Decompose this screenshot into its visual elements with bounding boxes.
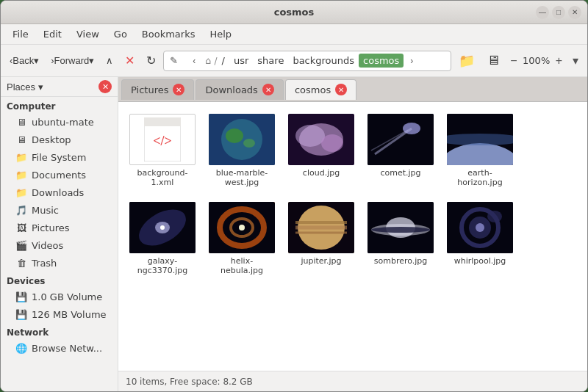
whirlpool-image [447,202,513,253]
tab-cosmos[interactable]: cosmos ✕ [285,79,356,100]
menu-bookmarks[interactable]: Bookmarks [136,27,201,41]
tab-pictures-label: Pictures [131,84,168,95]
network-icon: 🌐 [15,342,27,354]
minimize-button[interactable]: — [536,6,549,19]
file-item-blue-marble[interactable]: blue-marble-west.jpg [205,109,279,192]
file-grid: </> background-1.xml blue-mar [118,102,587,371]
menu-file[interactable]: File [7,27,35,41]
open-location-button[interactable]: 🖥 [482,49,504,73]
sidebar-header-network: Network [1,323,118,339]
menu-go[interactable]: Go [108,27,133,41]
refresh-button[interactable]: ↻ [142,49,160,73]
new-folder-button[interactable]: 📁 [454,49,479,73]
zoom-out-button[interactable]: − [507,51,520,70]
sidebar-item-trash[interactable]: 🗑 Trash [4,255,115,271]
menu-view[interactable]: View [71,27,105,41]
sidebar-item-volume-1gb[interactable]: 💾 1.0 GB Volume [4,288,115,305]
breadcrumb-next[interactable]: › [404,53,420,69]
close-tab-button[interactable]: ✕ [121,49,139,73]
file-name-whirlpool: whirlpool.jpg [454,256,506,266]
file-item-sombrero[interactable]: sombrero.jpg [364,197,437,280]
file-item-galaxy[interactable]: galaxy-ngc3370.jpg [126,197,199,280]
galaxy-image [129,202,196,253]
sidebar-item-downloads[interactable]: 📁 Downloads [4,184,115,200]
tab-pictures[interactable]: Pictures ✕ [121,79,194,100]
tab-pictures-close[interactable]: ✕ [173,84,184,95]
location-edit-button[interactable]: ✎ [164,51,183,70]
svg-point-10 [321,134,343,152]
zoom-in-button[interactable]: + [553,51,565,70]
edit-icon: ✎ [170,55,178,66]
computer-icon: 🖥 [15,116,27,128]
maximize-button[interactable]: □ [552,6,565,19]
sidebar-item-browse-network[interactable]: 🌐 Browse Netw... [4,340,115,356]
status-text: 10 items, Free space: 8.2 GB [126,377,253,387]
file-item-cloud[interactable]: cloud.jpg [284,109,358,192]
svg-point-35 [371,227,430,233]
earth-image [209,114,275,165]
breadcrumb-share[interactable]: share [253,54,288,68]
file-thumb-comet [368,114,434,165]
sidebar-label-desktop: Desktop [32,134,71,145]
sidebar-item-music[interactable]: 🎵 Music [4,202,115,218]
window: cosmos — □ ✕ File Edit View Go Bookmarks… [0,0,588,392]
tab-cosmos-label: cosmos [295,84,331,95]
location-bar: ✎ ‹ ⌂ / / usr share backgrounds cosmos › [163,51,451,71]
forward-button[interactable]: › Forward ▾ [46,52,98,69]
breadcrumb-backgrounds[interactable]: backgrounds [288,54,359,68]
file-area: Pictures ✕ Downloads ✕ cosmos ✕ [118,77,587,391]
sidebar-label-videos: Videos [32,240,63,251]
volume-126mb-icon: 💾 [15,308,27,320]
helix-image [209,202,275,253]
breadcrumb-usr[interactable]: usr [229,54,253,68]
breadcrumb-sep-0: / [215,56,218,66]
back-button[interactable]: ‹ Back ▾ [5,52,43,69]
sidebar-item-documents[interactable]: 📁 Documents [4,167,115,183]
breadcrumb-cosmos[interactable]: cosmos [359,54,404,68]
file-item-jupiter[interactable]: jupiter.jpg [284,197,358,280]
file-item-comet[interactable]: comet.jpg [364,109,437,192]
sidebar-label-volume-126mb: 126 MB Volume [32,309,107,320]
chevron-down-icon-fwd: ▾ [89,55,94,66]
menu-edit[interactable]: Edit [37,27,68,41]
file-thumb-cloud [288,114,354,165]
sidebar: Places ▾ ✕ Computer 🖥 ubuntu-mate 🖥 Desk… [1,77,118,391]
sidebar-item-pictures[interactable]: 🖼 Pictures [4,219,115,236]
svg-point-9 [295,125,325,147]
svg-text:</>: </> [153,134,172,148]
sidebar-item-ubuntu-mate[interactable]: 🖥 ubuntu-mate [4,114,115,130]
menu-help[interactable]: Help [204,27,237,41]
breadcrumb-root[interactable]: / [218,54,229,68]
statusbar: 10 items, Free space: 8.2 GB [118,371,587,391]
chevron-down-icon: ▾ [34,55,39,66]
file-item-background-xml[interactable]: </> background-1.xml [126,109,199,192]
sidebar-item-videos[interactable]: 🎬 Videos [4,237,115,253]
file-thumb-jupiter [288,202,354,253]
tab-downloads-close[interactable]: ✕ [262,84,274,95]
view-options-button[interactable]: ▾ [568,51,583,70]
sidebar-label-ubuntu-mate: ubuntu-mate [32,117,94,128]
sidebar-item-desktop[interactable]: 🖥 Desktop [4,131,115,148]
tab-cosmos-close[interactable]: ✕ [335,84,347,95]
file-name-jupiter: jupiter.jpg [301,256,341,266]
close-button[interactable]: ✕ [568,6,581,19]
file-item-whirlpool[interactable]: whirlpool.jpg [443,197,517,280]
sidebar-top: Places ▾ ✕ [1,77,118,97]
breadcrumb-prev[interactable]: ‹ [186,53,202,69]
file-thumb-earth-horizon [447,114,513,165]
places-button[interactable]: Places ▾ [7,81,43,92]
file-item-helix[interactable]: helix-nebula.jpg [205,197,279,280]
comet-image [368,114,434,165]
sidebar-item-filesystem[interactable]: 📁 File System [4,149,115,165]
file-thumb-sombrero [368,202,434,253]
file-thumb-galaxy [129,202,196,253]
up-icon: ∧ [106,55,113,66]
pictures-icon: 🖼 [15,222,27,233]
file-name-sombrero: sombrero.jpg [374,256,428,266]
file-item-earth-horizon[interactable]: earth-horizon.jpg [443,109,517,192]
tab-downloads[interactable]: Downloads ✕ [196,79,283,100]
file-thumb-whirlpool [447,202,513,253]
up-button[interactable]: ∧ [101,52,118,69]
sidebar-item-volume-126mb[interactable]: 💾 126 MB Volume [4,306,115,322]
places-close-button[interactable]: ✕ [98,80,112,93]
